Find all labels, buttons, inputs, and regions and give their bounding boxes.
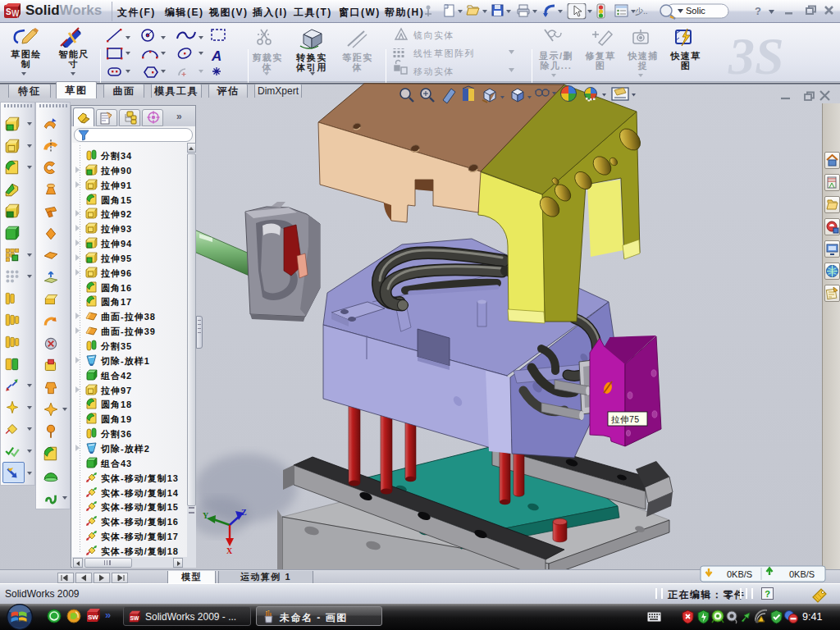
svg-text:X: X	[226, 546, 233, 555]
svg-text:Y: Y	[203, 511, 209, 520]
svg-text:0KB/S: 0KB/S	[789, 569, 815, 579]
svg-text:SW: SW	[130, 615, 139, 621]
svg-text:A: A	[211, 48, 221, 64]
svg-text:0KB/S: 0KB/S	[727, 569, 752, 579]
svg-text:线性草图阵列: 线性草图阵列	[413, 48, 475, 58]
svg-text:!: !	[763, 618, 765, 623]
svg-text:?: ?	[755, 5, 761, 17]
svg-text:镜向实体: 镜向实体	[413, 30, 454, 40]
svg-text:3S: 3S	[728, 27, 784, 80]
svg-text:少..: 少..	[635, 7, 648, 16]
svg-text:Z: Z	[241, 508, 247, 517]
svg-text:W: W	[11, 9, 20, 18]
svg-text:S: S	[6, 7, 11, 16]
svg-text:Solic: Solic	[686, 6, 705, 16]
svg-text:拉伸75: 拉伸75	[611, 414, 640, 424]
svg-text:移动实体: 移动实体	[413, 66, 454, 76]
svg-text:SW: SW	[88, 614, 98, 621]
